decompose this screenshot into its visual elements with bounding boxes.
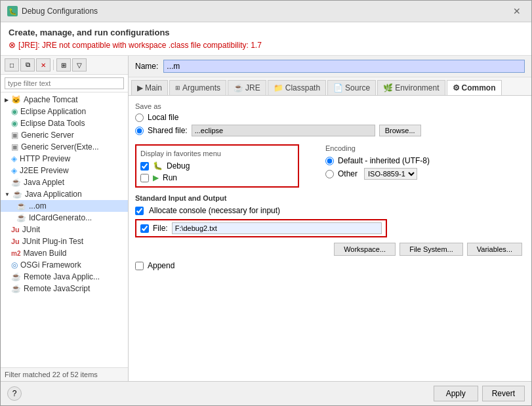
tab-classpath[interactable]: 📁 Classpath: [268, 80, 326, 95]
window-title: Debug Configurations: [22, 7, 98, 16]
sidebar-item-maven-build[interactable]: ▶ m2 Maven Build: [1, 247, 128, 259]
bottom-left: ?: [7, 386, 22, 401]
other-encoding-radio[interactable]: [325, 170, 334, 178]
save-as-radio-group: Local file Shared file: Browse...: [135, 113, 525, 136]
sidebar-item-eclipse-data-tools[interactable]: ▶ ◉ Eclipse Data Tools: [1, 117, 128, 129]
shared-file-row: Shared file: Browse...: [135, 125, 525, 136]
sidebar-list: ▶ 🐱 Apache Tomcat ▶ ◉ Eclipse Applicatio…: [1, 92, 128, 367]
main-tab-icon: ▶: [137, 83, 143, 92]
sidebar-item-junit[interactable]: ▶ Ju JUnit: [1, 224, 128, 235]
append-checkbox[interactable]: [135, 262, 144, 270]
generic-server-ext-icon: ▣: [11, 142, 18, 152]
file-input[interactable]: [172, 222, 382, 234]
toolbar-separator: [53, 60, 54, 70]
tomcat-icon: 🐱: [11, 95, 21, 104]
encoding-column: Encoding Default - inherited (UTF-8) Oth…: [325, 144, 525, 188]
run-label: Run: [163, 173, 177, 182]
item-label: HTTP Preview: [20, 154, 70, 163]
sidebar-item-java-application[interactable]: ▼ ☕ Java Application: [1, 188, 128, 200]
j2ee-icon: ◈: [11, 166, 17, 175]
sidebar-item-osgi[interactable]: ▶ ◎ OSGi Framework: [1, 259, 128, 271]
environment-tab-icon: 🌿: [383, 83, 393, 92]
sidebar-item-java-app-child1[interactable]: ☕ ...om: [1, 200, 128, 212]
shared-file-input[interactable]: [192, 125, 375, 136]
sidebar-item-junit-plugin[interactable]: ▶ Ju JUnit Plug-in Test: [1, 235, 128, 247]
sidebar-item-java-app-child2[interactable]: ☕ IdCardGenerato...: [1, 212, 128, 224]
common-tab-label: Common: [462, 83, 496, 92]
tab-main[interactable]: ▶ Main: [131, 80, 168, 95]
title-bar: 🐛 Debug Configurations ✕: [1, 1, 531, 22]
item-label: Apache Tomcat: [24, 95, 78, 104]
revert-button[interactable]: Revert: [482, 386, 525, 401]
sidebar-item-eclipse-application[interactable]: ▶ ◉ Eclipse Application: [1, 106, 128, 117]
debug-checkbox[interactable]: [140, 162, 149, 171]
debug-label: Debug: [167, 161, 190, 171]
file-checkbox[interactable]: [140, 224, 149, 233]
new-config-button[interactable]: □: [5, 58, 19, 71]
file-system-button[interactable]: File System...: [399, 243, 463, 256]
arguments-tab-icon: ⊞: [175, 85, 180, 91]
sidebar-item-generic-server-ext[interactable]: ▶ ▣ Generic Server(Exte...: [1, 141, 128, 153]
sidebar-item-j2ee-preview[interactable]: ▶ ◈ J2EE Preview: [1, 165, 128, 176]
run-checkbox[interactable]: [140, 174, 149, 182]
copy-config-button[interactable]: ⧉: [20, 58, 35, 71]
sidebar-item-java-applet[interactable]: ▶ ☕ Java Applet: [1, 176, 128, 188]
other-encoding-row: Other ISO-8859-1: [325, 168, 525, 180]
local-file-radio[interactable]: [135, 113, 144, 122]
header-section: Create, manage, and run configurations ⊗…: [1, 22, 531, 56]
remote-js-icon: ☕: [11, 284, 21, 293]
sidebar-item-generic-server[interactable]: ▶ ▣ Generic Server: [1, 129, 128, 141]
favorites-box: Display in favorites menu 🐛 Debug ▶: [135, 144, 299, 188]
shared-file-radio[interactable]: [135, 127, 144, 135]
tab-environment[interactable]: 🌿 Environment: [377, 80, 445, 95]
tab-jre[interactable]: ☕ JRE: [228, 80, 266, 95]
default-encoding-radio[interactable]: [325, 157, 334, 165]
name-input[interactable]: [163, 60, 525, 73]
collapse-all-button[interactable]: ⊞: [56, 58, 71, 71]
remote-java-icon: ☕: [11, 272, 21, 281]
tab-arguments[interactable]: ⊞ Arguments: [169, 80, 226, 95]
variables-button[interactable]: Variables...: [467, 243, 522, 256]
apply-button[interactable]: Apply: [434, 386, 478, 401]
encoding-radio-group: Default - inherited (UTF-8) Other ISO-88…: [325, 156, 525, 180]
data-tools-icon: ◉: [11, 119, 18, 128]
tab-common[interactable]: ⚙ Common: [447, 80, 502, 96]
header-title: Create, manage, and run configurations: [9, 28, 523, 37]
tabs-bar: ▶ Main ⊞ Arguments ☕ JRE 📁 Classpath 📄: [129, 77, 531, 96]
source-tab-icon: 📄: [333, 83, 343, 92]
close-button[interactable]: ✕: [509, 5, 525, 18]
item-label: J2EE Preview: [20, 166, 69, 175]
favorites-title: Display in favorites menu: [140, 150, 294, 157]
sidebar-item-apache-tomcat[interactable]: ▶ 🐱 Apache Tomcat: [1, 94, 128, 106]
item-label: Generic Server(Exte...: [21, 142, 99, 152]
sidebar-item-remote-java[interactable]: ▶ ☕ Remote Java Applic...: [1, 271, 128, 283]
tab-source[interactable]: 📄 Source: [327, 80, 376, 95]
right-panel: Name: ▶ Main ⊞ Arguments ☕ JRE 📁: [129, 56, 531, 381]
filter-input[interactable]: [5, 77, 124, 89]
sidebar-item-remote-js[interactable]: ▶ ☕ Remote JavaScript: [1, 283, 128, 294]
filter-button[interactable]: ▽: [72, 58, 87, 71]
debug-configurations-window: 🐛 Debug Configurations ✕ Create, manage,…: [0, 0, 532, 406]
child2-icon: ☕: [16, 213, 26, 222]
workspace-button[interactable]: Workspace...: [334, 243, 396, 256]
other-label: Other: [338, 169, 358, 178]
main-content: □ ⧉ ✕ ⊞ ▽ ▶ 🐱 Apache Tomcat ▶ ◉ Ec: [1, 56, 531, 381]
sidebar-footer: Filter matched 22 of 52 items: [1, 367, 128, 381]
allocate-console-checkbox[interactable]: [135, 207, 144, 215]
encoding-select[interactable]: ISO-8859-1: [364, 168, 417, 180]
jre-tab-label: JRE: [245, 83, 260, 92]
bottom-bar: ? Apply Revert: [1, 381, 531, 405]
sidebar-filter-area: [1, 75, 128, 92]
item-label: Java Applet: [24, 178, 64, 187]
delete-config-button[interactable]: ✕: [36, 58, 51, 71]
sidebar-item-http-preview[interactable]: ▶ ◈ HTTP Preview: [1, 153, 128, 165]
common-tab-content: Save as Local file Shared file: Browse..…: [129, 96, 531, 381]
item-label: Eclipse Data Tools: [20, 119, 85, 128]
browse-button[interactable]: Browse...: [379, 125, 421, 136]
header-error: ⊗ [JRE]: JRE not compatible with workspa…: [9, 40, 523, 50]
help-button[interactable]: ?: [7, 386, 22, 401]
http-preview-icon: ◈: [11, 154, 17, 163]
favorites-list: 🐛 Debug ▶ Run: [140, 161, 294, 182]
debug-icon: 🐛: [153, 161, 163, 171]
file-label: File:: [153, 224, 168, 233]
